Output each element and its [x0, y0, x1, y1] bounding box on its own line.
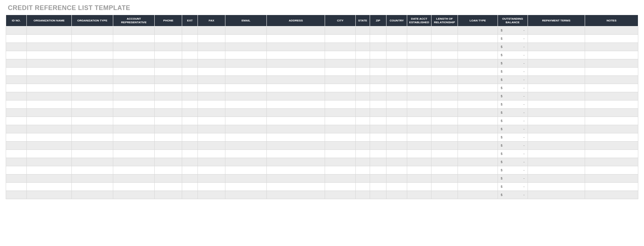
cell-date_acct[interactable] — [407, 125, 431, 133]
cell-state[interactable] — [356, 92, 370, 100]
cell-id[interactable] — [6, 117, 27, 125]
cell-repay[interactable] — [528, 92, 585, 100]
cell-email[interactable] — [225, 166, 266, 174]
cell-email[interactable] — [225, 142, 266, 150]
cell-fax[interactable] — [198, 76, 225, 84]
cell-repay[interactable] — [528, 133, 585, 142]
cell-ext[interactable] — [182, 150, 198, 158]
cell-phone[interactable] — [155, 92, 182, 100]
cell-acct_rep[interactable] — [113, 183, 155, 191]
cell-country[interactable] — [386, 174, 407, 183]
cell-ext[interactable] — [182, 174, 198, 183]
cell-phone[interactable] — [155, 150, 182, 158]
cell-ext[interactable] — [182, 84, 198, 92]
cell-date_acct[interactable] — [407, 59, 431, 68]
cell-id[interactable] — [6, 35, 27, 43]
cell-acct_rep[interactable] — [113, 133, 155, 142]
cell-balance[interactable]: $- — [498, 51, 528, 59]
cell-date_acct[interactable] — [407, 68, 431, 76]
cell-email[interactable] — [225, 26, 266, 35]
cell-id[interactable] — [6, 59, 27, 68]
cell-state[interactable] — [356, 150, 370, 158]
cell-org_type[interactable] — [71, 191, 113, 199]
cell-state[interactable] — [356, 117, 370, 125]
cell-org_type[interactable] — [71, 51, 113, 59]
cell-org_type[interactable] — [71, 183, 113, 191]
cell-phone[interactable] — [155, 100, 182, 109]
cell-acct_rep[interactable] — [113, 43, 155, 51]
cell-id[interactable] — [6, 150, 27, 158]
cell-org_name[interactable] — [27, 166, 72, 174]
cell-notes[interactable] — [585, 43, 638, 51]
cell-repay[interactable] — [528, 43, 585, 51]
cell-balance[interactable]: $- — [498, 92, 528, 100]
cell-date_acct[interactable] — [407, 92, 431, 100]
cell-notes[interactable] — [585, 191, 638, 199]
cell-phone[interactable] — [155, 158, 182, 166]
cell-length[interactable] — [431, 84, 458, 92]
cell-repay[interactable] — [528, 183, 585, 191]
cell-state[interactable] — [356, 183, 370, 191]
cell-ext[interactable] — [182, 109, 198, 117]
cell-org_type[interactable] — [71, 100, 113, 109]
cell-phone[interactable] — [155, 51, 182, 59]
cell-zip[interactable] — [370, 84, 386, 92]
cell-country[interactable] — [386, 51, 407, 59]
cell-ext[interactable] — [182, 133, 198, 142]
cell-address[interactable] — [267, 59, 325, 68]
cell-org_name[interactable] — [27, 59, 72, 68]
cell-date_acct[interactable] — [407, 174, 431, 183]
cell-org_type[interactable] — [71, 133, 113, 142]
cell-country[interactable] — [386, 43, 407, 51]
cell-org_type[interactable] — [71, 76, 113, 84]
cell-date_acct[interactable] — [407, 51, 431, 59]
cell-zip[interactable] — [370, 59, 386, 68]
cell-fax[interactable] — [198, 125, 225, 133]
cell-loan_type[interactable] — [458, 142, 498, 150]
cell-date_acct[interactable] — [407, 26, 431, 35]
cell-email[interactable] — [225, 43, 266, 51]
cell-length[interactable] — [431, 59, 458, 68]
cell-org_type[interactable] — [71, 117, 113, 125]
cell-phone[interactable] — [155, 125, 182, 133]
cell-zip[interactable] — [370, 174, 386, 183]
cell-loan_type[interactable] — [458, 117, 498, 125]
cell-repay[interactable] — [528, 150, 585, 158]
cell-fax[interactable] — [198, 43, 225, 51]
cell-state[interactable] — [356, 142, 370, 150]
cell-state[interactable] — [356, 76, 370, 84]
cell-phone[interactable] — [155, 142, 182, 150]
cell-fax[interactable] — [198, 183, 225, 191]
cell-org_name[interactable] — [27, 68, 72, 76]
cell-repay[interactable] — [528, 117, 585, 125]
cell-org_name[interactable] — [27, 125, 72, 133]
cell-repay[interactable] — [528, 100, 585, 109]
cell-zip[interactable] — [370, 158, 386, 166]
cell-city[interactable] — [325, 174, 356, 183]
cell-zip[interactable] — [370, 117, 386, 125]
cell-country[interactable] — [386, 100, 407, 109]
cell-balance[interactable]: $- — [498, 84, 528, 92]
cell-id[interactable] — [6, 125, 27, 133]
cell-org_name[interactable] — [27, 84, 72, 92]
cell-repay[interactable] — [528, 68, 585, 76]
cell-acct_rep[interactable] — [113, 84, 155, 92]
cell-notes[interactable] — [585, 183, 638, 191]
cell-id[interactable] — [6, 142, 27, 150]
cell-city[interactable] — [325, 142, 356, 150]
cell-zip[interactable] — [370, 109, 386, 117]
cell-org_name[interactable] — [27, 117, 72, 125]
cell-acct_rep[interactable] — [113, 142, 155, 150]
cell-org_name[interactable] — [27, 26, 72, 35]
cell-address[interactable] — [267, 166, 325, 174]
cell-state[interactable] — [356, 191, 370, 199]
cell-zip[interactable] — [370, 191, 386, 199]
cell-org_name[interactable] — [27, 76, 72, 84]
cell-org_name[interactable] — [27, 92, 72, 100]
cell-fax[interactable] — [198, 84, 225, 92]
cell-date_acct[interactable] — [407, 166, 431, 174]
cell-org_type[interactable] — [71, 109, 113, 117]
cell-country[interactable] — [386, 109, 407, 117]
cell-date_acct[interactable] — [407, 133, 431, 142]
cell-notes[interactable] — [585, 84, 638, 92]
